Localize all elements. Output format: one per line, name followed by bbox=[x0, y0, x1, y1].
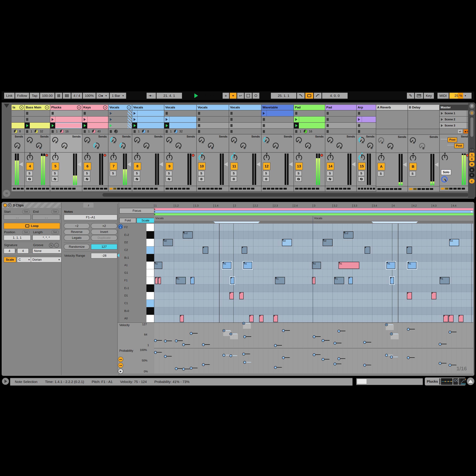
midi-note[interactable]: D2 bbox=[282, 239, 292, 246]
volume-fader-handle[interactable] bbox=[19, 162, 23, 167]
clip-launch-icon[interactable] bbox=[84, 118, 86, 121]
ruler-tick[interactable]: 3.4 bbox=[372, 204, 383, 207]
arm-button[interactable] bbox=[166, 176, 172, 182]
midi-note[interactable] bbox=[229, 292, 234, 299]
arm-button[interactable] bbox=[358, 176, 365, 182]
clip-stop-button[interactable] bbox=[327, 118, 329, 121]
midi-note[interactable] bbox=[203, 247, 208, 254]
nudge-up-button[interactable] bbox=[63, 93, 71, 99]
pan-knob[interactable] bbox=[377, 154, 385, 162]
stop-button[interactable] bbox=[200, 93, 208, 99]
track-header[interactable]: Bass Main▼ bbox=[25, 105, 50, 110]
solo-button[interactable]: S bbox=[26, 171, 33, 176]
key-map-button[interactable]: Key bbox=[424, 93, 434, 99]
solo-button[interactable]: S bbox=[166, 171, 172, 176]
metronome-button[interactable]: O● ▼ bbox=[96, 93, 109, 99]
punch-out-button[interactable] bbox=[314, 93, 322, 99]
track-dropdown-icon[interactable]: ▼ bbox=[45, 105, 49, 109]
probability-marker[interactable] bbox=[449, 364, 451, 367]
clip-slot[interactable] bbox=[325, 123, 356, 129]
ruler-tick[interactable]: 1.4 bbox=[214, 204, 225, 207]
arm-button[interactable] bbox=[134, 176, 140, 182]
solo-button[interactable]: S bbox=[134, 171, 140, 176]
cpu-meter[interactable]: 25 % ▼ bbox=[449, 93, 472, 99]
ruler-tick[interactable]: 1.2 bbox=[174, 204, 185, 207]
follow-button[interactable]: Follow bbox=[15, 93, 29, 99]
send-knob-b[interactable] bbox=[175, 142, 182, 150]
pan-knob[interactable] bbox=[358, 154, 366, 162]
midi-note[interactable] bbox=[230, 277, 234, 284]
probability-marker[interactable] bbox=[164, 355, 167, 358]
volume-fader-handle[interactable] bbox=[77, 162, 81, 167]
velocity-marker[interactable] bbox=[154, 339, 157, 342]
clip-slot[interactable] bbox=[108, 117, 132, 123]
velocity-marker[interactable] bbox=[242, 322, 245, 325]
clip-stop-button[interactable] bbox=[198, 124, 200, 127]
tempo-field[interactable]: 100.00 bbox=[40, 93, 55, 99]
clip-slot[interactable] bbox=[164, 123, 196, 129]
group-clip-icon[interactable] bbox=[110, 118, 112, 121]
midi-note[interactable] bbox=[180, 315, 184, 322]
midi-note[interactable]: A1 bbox=[312, 262, 321, 269]
group-unfold-icon[interactable]: ≡ bbox=[127, 105, 131, 109]
draw-pencil-button[interactable]: ✎ bbox=[407, 93, 414, 99]
clip-overview-strip[interactable] bbox=[356, 378, 423, 385]
time-selection-brace[interactable] bbox=[214, 221, 260, 223]
scene-play-icon[interactable] bbox=[441, 118, 443, 121]
velocity-marker[interactable] bbox=[439, 343, 442, 346]
clip-slot[interactable] bbox=[357, 123, 376, 129]
probability-marker[interactable] bbox=[229, 354, 232, 357]
piano-key[interactable] bbox=[146, 277, 154, 285]
solo-button[interactable]: S bbox=[230, 171, 237, 176]
piano-key[interactable] bbox=[146, 300, 154, 307]
midi-note[interactable]: D2 bbox=[163, 239, 173, 246]
ruler-tick[interactable]: 3 bbox=[313, 204, 324, 207]
position-set-button[interactable]: Set bbox=[22, 230, 30, 234]
send-knob-b[interactable] bbox=[143, 142, 150, 150]
fold-button[interactable]: Fold bbox=[119, 218, 136, 223]
signature-numerator-field[interactable]: 4 bbox=[4, 248, 15, 254]
clip-stop-button[interactable] bbox=[26, 112, 28, 115]
preview-play-button[interactable] bbox=[2, 378, 9, 385]
clip-stop-button[interactable] bbox=[198, 118, 200, 121]
pan-knob[interactable] bbox=[110, 154, 117, 162]
arm-button[interactable] bbox=[327, 176, 333, 182]
probability-lane-toggle[interactable]: ⊶ bbox=[118, 363, 123, 368]
overview-toggle-icon[interactable]: ☰ bbox=[469, 103, 475, 109]
scale-name-select[interactable]: Dorian▼ bbox=[31, 257, 62, 262]
length-set-button[interactable]: Set bbox=[51, 230, 59, 234]
post-toggle-button[interactable]: Post bbox=[454, 143, 464, 148]
arm-button[interactable] bbox=[84, 176, 90, 182]
lane-add-button[interactable]: ▶ bbox=[118, 369, 123, 374]
clip-slot[interactable] bbox=[12, 117, 24, 123]
pan-knob[interactable] bbox=[51, 154, 59, 162]
midi-note[interactable]: F1 bbox=[334, 277, 344, 284]
clip-slot[interactable] bbox=[50, 123, 82, 129]
ruler-tick[interactable]: 3.2 bbox=[333, 204, 344, 207]
clip-stop-button[interactable] bbox=[198, 112, 200, 115]
arrangement-position-field[interactable]: 21. 4. 1 bbox=[156, 93, 182, 99]
track-activator[interactable]: 6 bbox=[84, 162, 91, 170]
ruler-tick[interactable]: 2.3 bbox=[273, 204, 284, 207]
midi-note[interactable] bbox=[249, 315, 254, 322]
loop-length-field[interactable]: 4. 0. 0 bbox=[322, 93, 348, 99]
track-activator[interactable]: 7 bbox=[110, 162, 117, 170]
midi-note[interactable]: A1 bbox=[154, 262, 162, 269]
scene-play-icon[interactable] bbox=[441, 124, 443, 127]
time-selection-brace[interactable] bbox=[372, 221, 418, 223]
clip-launch-icon[interactable] bbox=[134, 112, 136, 115]
probability-marker[interactable] bbox=[390, 356, 393, 358]
loop-strip-vocals[interactable] bbox=[154, 210, 473, 213]
midi-note[interactable]: E♭2 bbox=[343, 231, 353, 238]
midi-note[interactable] bbox=[190, 277, 194, 284]
clip-launch-icon[interactable] bbox=[134, 118, 136, 121]
volume-fader-handle[interactable] bbox=[127, 162, 131, 167]
send-knob-b[interactable] bbox=[367, 142, 374, 150]
probability-marker[interactable] bbox=[322, 358, 324, 361]
mixer-section-toggle[interactable]: M bbox=[469, 162, 475, 167]
send-knob-b[interactable] bbox=[387, 142, 394, 150]
returns-section-toggle[interactable]: R bbox=[469, 157, 475, 161]
hide-session-toggle[interactable] bbox=[4, 104, 9, 108]
track-activator[interactable]: 12 bbox=[263, 162, 270, 170]
track-activator[interactable]: 13 bbox=[295, 162, 303, 170]
